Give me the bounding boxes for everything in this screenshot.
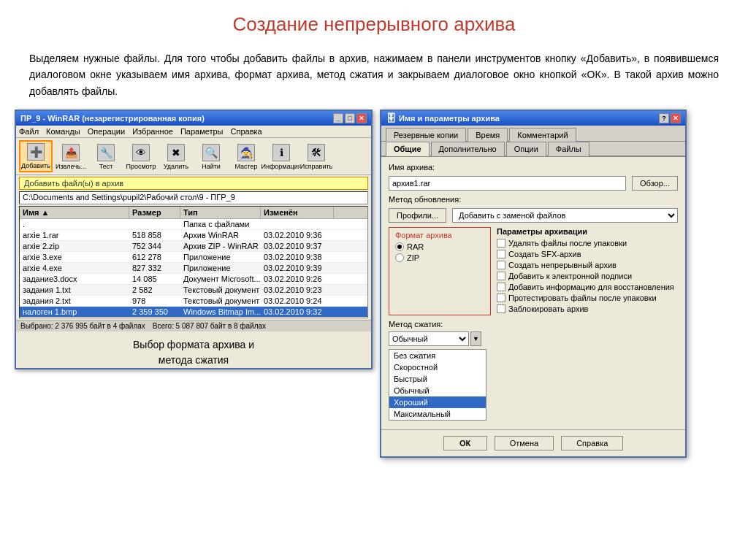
param-sfx[interactable]: Создать SFX-архив <box>497 250 678 258</box>
file-type: Приложение <box>180 252 261 262</box>
file-date: 03.02.2010 9:26 <box>261 274 334 284</box>
param-continuous[interactable]: Создать непрерывный архив <box>497 261 678 269</box>
archive-name-input[interactable] <box>389 176 626 191</box>
file-row[interactable]: налоген 1.bmp 2 359 350 Windows Bitmap I… <box>20 307 367 318</box>
tab-time[interactable]: Время <box>468 128 508 142</box>
col-name: Имя ▲ <box>20 207 129 218</box>
param-lock[interactable]: Заблокировать архив <box>497 304 678 313</box>
compression-good[interactable]: Хороший <box>389 396 486 408</box>
menu-commands[interactable]: Команды <box>46 127 80 136</box>
file-row[interactable]: arxie 2.zip 752 344 Архив ZIP - WinRAR 0… <box>20 241 367 252</box>
tab-advanced[interactable]: Дополнительно <box>431 142 505 156</box>
close-button[interactable]: ✕ <box>356 113 367 123</box>
file-date: 03.02.2010 9:23 <box>261 285 334 295</box>
browse-button[interactable]: Обзор... <box>632 176 678 191</box>
file-date: 03.02.2010 9:32 <box>261 307 334 317</box>
file-row[interactable]: arxie 4.exe 827 332 Приложение 03.02.201… <box>20 263 367 274</box>
file-type: Архив WinRAR <box>180 230 261 240</box>
toolbar-repair-button[interactable]: 🛠 Исправить <box>299 142 333 172</box>
file-row[interactable]: arxie 1.rar 518 858 Архив WinRAR 03.02.2… <box>20 230 367 241</box>
file-type: Папка с файлами <box>180 219 261 229</box>
file-row[interactable]: задания 1.txt 2 582 Текстовый документ 0… <box>20 285 367 296</box>
file-type: Windows Bitmap Im... <box>180 307 261 317</box>
delete-files-label: Удалять файлы после упаковки <box>508 239 627 248</box>
file-row[interactable]: . Папка с файлами <box>20 219 367 230</box>
file-row[interactable]: задание3.docx 14 085 Документ Microsoft.… <box>20 274 367 285</box>
zip-radio[interactable] <box>395 253 404 262</box>
toolbar-view-label: Просмотр <box>126 163 156 170</box>
profiles-button[interactable]: Профили... <box>389 208 446 223</box>
file-name: налоген 1.bmp <box>20 307 129 317</box>
test-after-checkbox[interactable] <box>497 294 505 302</box>
add-icon: ➕ <box>27 143 45 161</box>
dialog-help-button[interactable]: ? <box>659 113 669 123</box>
tab-backup[interactable]: Резервные копии <box>386 128 466 142</box>
compression-none[interactable]: Без сжатия <box>389 350 486 361</box>
format-rar[interactable]: RAR <box>395 242 484 251</box>
dialog-close-button[interactable]: ✕ <box>671 113 681 123</box>
sfx-checkbox[interactable] <box>497 250 505 258</box>
compression-dropdown-arrow[interactable]: ▼ <box>470 331 481 346</box>
toolbar-info-label: Информация <box>261 163 301 170</box>
continuous-checkbox[interactable] <box>497 261 505 269</box>
ok-button[interactable]: ОК <box>443 436 487 450</box>
tab-options[interactable]: Опции <box>506 142 546 156</box>
param-delete-files[interactable]: Удалять файлы после упаковки <box>497 239 678 248</box>
tab-comment[interactable]: Комментарий <box>509 128 576 142</box>
toolbar-view-button[interactable]: 👁 Просмотр <box>124 142 158 172</box>
winrar-window: ПР_9 - WinRAR (незарегистрированная копи… <box>15 110 373 369</box>
file-row[interactable]: arxie 3.exe 612 278 Приложение 03.02.201… <box>20 252 367 263</box>
file-name: arxie 1.rar <box>20 230 129 240</box>
help-button[interactable]: Справка <box>561 436 623 450</box>
toolbar-test-button[interactable]: 🔧 Тест <box>89 142 123 172</box>
cancel-button[interactable]: Отмена <box>495 436 554 450</box>
path-bar[interactable]: C:\Documents and Settings\pupil2\Рабочий… <box>19 191 368 204</box>
update-method-dropdown-row: Профили... Добавить с заменой файлов <box>389 208 678 223</box>
dialog-title-text: Имя и параметры архива <box>399 114 500 123</box>
menu-file[interactable]: Файл <box>19 127 39 136</box>
param-recovery[interactable]: Добавить информацию для восстановления <box>497 283 678 291</box>
maximize-button[interactable]: □ <box>345 113 355 123</box>
update-method-select[interactable]: Добавить с заменой файлов <box>452 208 678 223</box>
compression-normal[interactable]: Обычный <box>389 385 486 396</box>
toolbar-delete-button[interactable]: ✖ Удалить <box>159 142 193 172</box>
toolbar-find-button[interactable]: 🔍 Найти <box>194 142 228 172</box>
rar-radio[interactable] <box>395 242 404 251</box>
tab-general[interactable]: Общие <box>386 142 430 156</box>
compression-quick[interactable]: Быстрый <box>389 373 486 385</box>
file-date: 03.02.2010 9:38 <box>261 252 334 262</box>
extract-icon: 📤 <box>62 144 80 161</box>
toolbar-extract-button[interactable]: 📤 Извлечь... <box>54 142 88 172</box>
dialog-titlebar-buttons: ? ✕ <box>659 113 681 123</box>
param-test-after[interactable]: Протестировать файлы после упаковки <box>497 294 678 302</box>
menu-favorites[interactable]: Избранное <box>132 127 173 136</box>
tab-files[interactable]: Файлы <box>548 142 589 156</box>
content-area: ПР_9 - WinRAR (незарегистрированная копи… <box>0 110 748 458</box>
toolbar-wizard-label: Мастер <box>234 163 257 170</box>
dialog-tabs-row2: Общие Дополнительно Опции Файлы <box>381 142 685 157</box>
delete-files-checkbox[interactable] <box>497 239 505 248</box>
toolbar-info-button[interactable]: ℹ Информация <box>264 142 298 172</box>
compression-max[interactable]: Максимальный <box>389 408 486 420</box>
dialog-buttons: ОК Отмена Справка <box>381 429 685 456</box>
lock-checkbox[interactable] <box>497 304 505 313</box>
compression-select[interactable]: Обычный <box>389 331 469 346</box>
format-zip[interactable]: ZIP <box>395 253 484 262</box>
compression-fast[interactable]: Скоростной <box>389 361 486 373</box>
add-toolbar-note: Добавить файл(ы) в архив <box>19 177 368 190</box>
file-name: задания 2.txt <box>20 296 129 306</box>
sign-checkbox[interactable] <box>497 272 505 280</box>
menu-operations[interactable]: Операции <box>88 127 125 136</box>
minimize-button[interactable]: _ <box>333 113 343 123</box>
toolbar-wizard-button[interactable]: 🧙 Мастер <box>229 142 263 172</box>
param-sign[interactable]: Добавить к электронной подписи <box>497 272 678 280</box>
file-row[interactable]: задания 2.txt 978 Текстовый документ 03.… <box>20 296 367 307</box>
menu-params[interactable]: Параметры <box>180 127 224 136</box>
status-selected: Выбрано: 2 376 995 байт в 4 файлах <box>20 322 145 330</box>
recovery-checkbox[interactable] <box>497 283 505 291</box>
menu-help[interactable]: Справка <box>231 127 262 136</box>
file-type: Документ Microsoft.... <box>180 274 261 284</box>
toolbar-add-button[interactable]: ➕ Добавить <box>19 140 53 172</box>
file-type: Текстовый документ <box>180 296 261 306</box>
format-params-section: Формат архива RAR ZIP Параметры архиваци… <box>389 227 678 315</box>
